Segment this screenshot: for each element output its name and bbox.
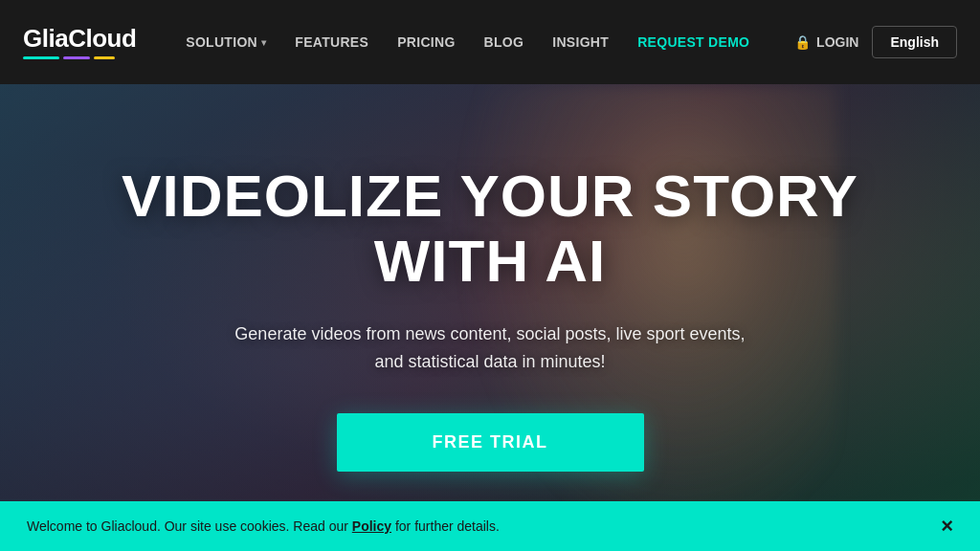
navbar: GliaCloud SOLUTION ▾ FEATURES PRICING BL… <box>0 0 980 84</box>
free-trial-button[interactable]: FREE TRIAL <box>337 413 644 472</box>
language-button[interactable]: English <box>872 26 957 58</box>
hero-section: VIDEOLIZE YOUR STORY WITH AI Generate vi… <box>0 84 980 551</box>
brand-name: GliaCloud <box>23 25 136 53</box>
nav-item-request-demo[interactable]: REQUEST DEMO <box>626 27 761 57</box>
nav-item-blog[interactable]: BLOG <box>473 27 536 57</box>
chevron-down-icon: ▾ <box>261 37 266 48</box>
hero-title: VIDEOLIZE YOUR STORY WITH AI <box>122 164 858 294</box>
nav-item-insight[interactable]: INSIGHT <box>541 27 620 57</box>
nav-item-features[interactable]: FEATURES <box>283 27 380 57</box>
hero-subtitle: Generate videos from news content, socia… <box>122 320 858 376</box>
nav-item-solution[interactable]: SOLUTION ▾ <box>174 27 278 57</box>
nav-right: 🔒 LOGIN English <box>794 26 957 58</box>
cookie-banner: Welcome to Gliacloud. Our site use cooki… <box>0 501 980 551</box>
nav-item-pricing[interactable]: PRICING <box>386 27 466 57</box>
logo-underline <box>23 56 136 59</box>
logo[interactable]: GliaCloud <box>23 25 136 59</box>
cookie-close-button[interactable]: × <box>941 516 953 537</box>
nav-links: SOLUTION ▾ FEATURES PRICING BLOG INSIGHT… <box>174 27 794 57</box>
hero-content: VIDEOLIZE YOUR STORY WITH AI Generate vi… <box>102 164 878 473</box>
cookie-text: Welcome to Gliacloud. Our site use cooki… <box>27 518 500 534</box>
login-button[interactable]: 🔒 LOGIN <box>794 34 858 50</box>
cookie-policy-link[interactable]: Policy <box>352 518 391 534</box>
lock-icon: 🔒 <box>794 34 811 50</box>
